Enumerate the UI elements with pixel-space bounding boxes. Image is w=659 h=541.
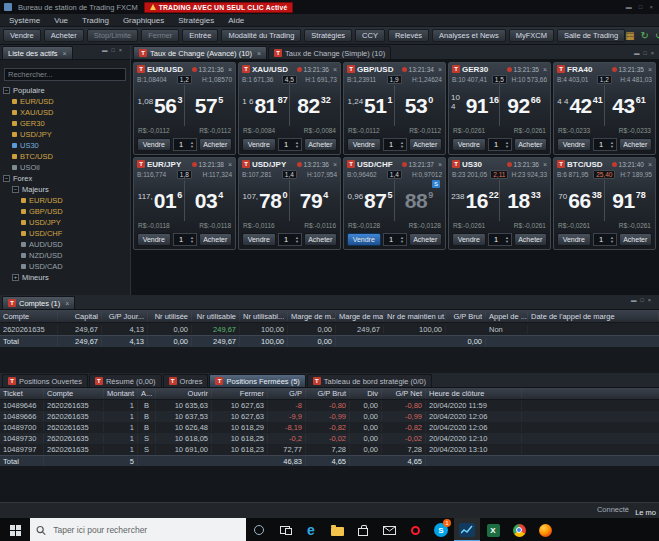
close-icon[interactable] <box>648 297 651 303</box>
sell-button[interactable]: Vendre <box>242 138 276 151</box>
accounts-row[interactable]: 2620261635249,674,130,00249,67100,000,00… <box>0 323 659 335</box>
buy-button[interactable]: Acheter <box>409 138 443 151</box>
tile-close-icon[interactable] <box>333 66 337 73</box>
asset-item-usd-jpy[interactable]: USD/JPY <box>0 217 130 228</box>
tab-tableau-de-bord-strat-gie-0-0[interactable]: Tableau de bord stratégie (0/0) <box>307 374 432 387</box>
positions-column-header[interactable]: G/P <box>268 389 306 398</box>
tree-group-forex[interactable]: Forex <box>0 173 130 184</box>
buy-price[interactable]: 034 <box>185 180 233 221</box>
spin-down-icon[interactable] <box>400 145 404 149</box>
buy-price[interactable]: 9266 <box>500 85 548 126</box>
sell-button[interactable]: Vendre <box>242 233 276 246</box>
sell-button[interactable]: Vendre <box>137 138 171 151</box>
sell-price[interactable]: 2381622 <box>451 180 500 221</box>
expand-icon[interactable] <box>3 87 10 94</box>
skype-icon[interactable]: S1 <box>428 518 454 541</box>
accounts-column-header[interactable]: Nr utilisée <box>148 312 192 321</box>
positions-column-header[interactable]: Ouvrir <box>156 389 212 398</box>
tab-r-sum-0-00[interactable]: Résumé (0,00) <box>89 374 162 387</box>
opera-icon[interactable] <box>402 518 428 541</box>
spin-down-icon[interactable] <box>295 240 299 244</box>
sell-button[interactable]: Vendre <box>557 138 591 151</box>
spin-down-icon[interactable] <box>400 240 404 244</box>
asset-item-gbp-usd[interactable]: GBP/USD <box>0 206 130 217</box>
menu-trading[interactable]: Trading <box>75 16 116 25</box>
refresh-icon[interactable]: ↻ <box>641 31 649 41</box>
tile-close-icon[interactable] <box>438 66 442 73</box>
mail-icon[interactable] <box>376 518 402 541</box>
spin-down-icon[interactable] <box>505 145 509 149</box>
buy-price[interactable]: 9178 <box>605 180 653 221</box>
asset-item-xau-usd[interactable]: XAU/USD <box>0 107 130 118</box>
buy-price[interactable]: 575 <box>185 85 233 126</box>
toolbar-button-acheter[interactable]: Acheter <box>44 29 84 42</box>
toolbar-button-salle-de-trading[interactable]: Salle de Trading <box>557 29 625 42</box>
positions-row[interactable]: 1048973026202616351S10 618,0510 618,25-0… <box>0 433 659 444</box>
buy-price[interactable]: 1833 <box>500 180 548 221</box>
cortana-icon[interactable] <box>246 518 272 541</box>
amount-input[interactable]: 1 <box>173 138 197 151</box>
buy-price[interactable]: 8232 <box>290 85 338 126</box>
file-explorer-icon[interactable] <box>324 518 350 541</box>
sell-price[interactable]: 4 44241 <box>556 85 605 126</box>
toolbar-button-entr-e[interactable]: Entrée <box>182 29 218 42</box>
amount-input[interactable]: 1 <box>593 138 617 151</box>
tab-close-icon[interactable] <box>65 300 69 307</box>
menu-graphiques[interactable]: Graphiques <box>116 16 171 25</box>
chrome-icon[interactable] <box>506 518 532 541</box>
asset-item-btc-usd[interactable]: BTC/USD <box>0 151 130 162</box>
workspace-colors-icon[interactable]: ▦ <box>625 31 634 41</box>
tab-positions-ferm-es-5[interactable]: Positions Fermées (5) <box>209 374 305 387</box>
buy-button[interactable]: Acheter <box>304 138 338 151</box>
positions-column-header[interactable]: A... <box>138 389 156 398</box>
tab-ordres[interactable]: Ordres <box>163 374 209 387</box>
positions-column-header[interactable]: Fermer <box>212 389 268 398</box>
buy-price[interactable]: 794 <box>290 180 338 221</box>
asset-item-eur-usd[interactable]: EUR/USD <box>0 96 130 107</box>
buy-button[interactable]: Acheter <box>514 233 548 246</box>
expand-icon[interactable] <box>3 175 10 182</box>
accounts-column-header[interactable]: Date de l'appel de marge <box>528 312 659 321</box>
positions-row[interactable]: 1048966626202616351B10 637,5310 627,63-9… <box>0 411 659 422</box>
asset-item-nzd-usd[interactable]: NZD/USD <box>0 250 130 261</box>
toolbar-button-fermer[interactable]: Fermer <box>141 29 179 42</box>
positions-column-header[interactable]: G/P Net <box>382 389 426 398</box>
tree-group-populaire[interactable]: Populaire <box>0 85 130 96</box>
tile-close-icon[interactable] <box>648 161 652 168</box>
panel-close-icon[interactable] <box>63 50 67 57</box>
asset-search-input[interactable] <box>4 68 126 81</box>
tab-taux-de-change-simple-10[interactable]: Taux de Change (Simple) (10) <box>268 46 391 59</box>
amount-input[interactable]: 1 <box>593 233 617 246</box>
asset-item-usd-jpy[interactable]: USD/JPY <box>0 129 130 140</box>
spin-down-icon[interactable] <box>295 145 299 149</box>
sell-price[interactable]: 1 68187 <box>241 85 290 126</box>
buy-button[interactable]: Acheter <box>199 138 233 151</box>
menu-aide[interactable]: Aide <box>221 16 251 25</box>
toolbar-button-analyses-et-news[interactable]: Analyses et News <box>432 29 506 42</box>
positions-row[interactable]: 1048964626202616351B10 635,6310 627,63-8… <box>0 400 659 411</box>
menu-vue[interactable]: Vue <box>47 16 75 25</box>
tree-group-mineurs[interactable]: Mineurs <box>0 272 130 283</box>
accounts-column-header[interactable]: Nr utilisabl... <box>240 312 288 321</box>
accounts-column-header[interactable]: Capital <box>58 312 102 321</box>
toolbar-button-stop-limite[interactable]: Stop/Limite <box>87 29 139 42</box>
amount-input[interactable]: 1 <box>383 138 407 151</box>
accounts-tab[interactable]: Comptes (1) <box>2 296 75 309</box>
toolbar-button-vendre[interactable]: Vendre <box>3 29 41 42</box>
microsoft-store-icon[interactable] <box>350 518 376 541</box>
positions-row[interactable]: 1048970026202616351B10 626,4810 618,29-8… <box>0 422 659 433</box>
positions-column-header[interactable]: Montant <box>104 389 138 398</box>
tile-close-icon[interactable] <box>228 161 232 168</box>
taskbar-search[interactable] <box>30 518 246 541</box>
positions-row[interactable]: 1048979726202616351S10 691,0010 618,2372… <box>0 444 659 455</box>
expand-icon[interactable] <box>12 274 19 281</box>
accounts-column-header[interactable]: G/P Brut <box>446 312 486 321</box>
close-icon[interactable] <box>651 50 654 56</box>
buy-button[interactable]: Acheter <box>619 233 653 246</box>
close-icon[interactable] <box>119 47 122 53</box>
tile-close-icon[interactable] <box>648 66 652 73</box>
accounts-column-header[interactable]: Nr de maintien ut... <box>384 312 446 321</box>
tile-close-icon[interactable] <box>543 161 547 168</box>
accounts-column-header[interactable]: Appel de ... <box>486 312 528 321</box>
sell-button[interactable]: Vendre <box>452 138 486 151</box>
